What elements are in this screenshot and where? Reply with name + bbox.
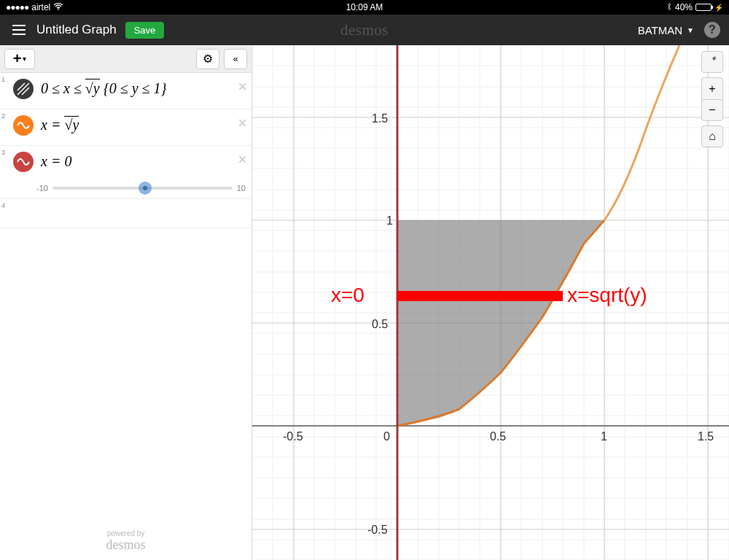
graph-canvas[interactable]: x=0 x=sqrt(y) -0.5 0 0.5 1 1.5 1.5 1 0.5… xyxy=(252,45,729,560)
slider-min[interactable]: -10 xyxy=(36,184,48,192)
expression-color-icon[interactable] xyxy=(13,152,34,172)
delete-expression-button[interactable]: × xyxy=(238,114,247,133)
expression-list: 1 0 ≤ x ≤ √y {0 ≤ y ≤ 1} × 2 x = √y × 3 xyxy=(0,73,252,522)
charging-icon: ⚡ xyxy=(714,4,723,12)
svg-text:1: 1 xyxy=(601,430,607,443)
home-button[interactable]: ⌂ xyxy=(701,125,723,147)
svg-text:0.5: 0.5 xyxy=(372,318,388,330)
svg-text:0: 0 xyxy=(383,430,390,443)
zoom-out-button[interactable]: − xyxy=(701,99,723,121)
expression-number: 2 xyxy=(0,109,9,122)
battery-icon xyxy=(695,4,712,11)
slider-track[interactable] xyxy=(52,187,233,190)
collapse-sidebar-button[interactable]: « xyxy=(224,49,247,69)
expression-formula[interactable]: x = 0 xyxy=(38,146,252,177)
svg-text:-0.5: -0.5 xyxy=(283,430,303,443)
graph-settings-button[interactable] xyxy=(701,51,723,73)
home-icon: ⌂ xyxy=(709,130,716,143)
expression-number: 4 xyxy=(0,199,9,228)
menu-button[interactable] xyxy=(9,20,29,40)
chevron-down-icon: ▼ xyxy=(687,26,694,34)
signal-dots-icon: ●●●●● xyxy=(6,2,28,12)
expression-number: 1 xyxy=(0,73,9,86)
expression-number: 3 xyxy=(0,146,9,159)
svg-point-0 xyxy=(58,9,59,10)
delete-expression-button[interactable]: × xyxy=(238,77,247,96)
curve-sqrt-y-upper xyxy=(604,45,679,220)
app-header: Untitled Graph Save desmos BATMAN ▼ ? xyxy=(0,15,729,45)
save-button[interactable]: Save xyxy=(125,22,165,39)
carrier-label: airtel xyxy=(31,2,50,12)
graph-title[interactable]: Untitled Graph xyxy=(36,23,117,37)
expression-row[interactable]: 3 x = 0 × -10 10 xyxy=(0,146,252,199)
expression-row[interactable]: 2 x = √y × xyxy=(0,109,252,146)
wifi-icon xyxy=(53,2,63,12)
annotation-x-sqrt-y: x=sqrt(y) xyxy=(567,284,647,306)
expression-color-icon[interactable] xyxy=(13,79,34,99)
expression-formula[interactable]: x = √y xyxy=(38,109,252,141)
sidebar-toolbar: +▾ ⚙ « xyxy=(0,45,252,73)
sidebar-footer: powered by desmos xyxy=(0,522,252,560)
battery-pct: 40% xyxy=(675,2,693,12)
svg-text:1.5: 1.5 xyxy=(372,112,388,125)
zoom-in-button[interactable]: + xyxy=(701,77,723,99)
expression-formula[interactable]: 0 ≤ x ≤ √y {0 ≤ y ≤ 1} xyxy=(38,73,252,104)
user-menu[interactable]: BATMAN ▼ xyxy=(638,24,694,36)
svg-text:-0.5: -0.5 xyxy=(367,524,388,536)
expression-row[interactable]: 1 0 ≤ x ≤ √y {0 ≤ y ≤ 1} × xyxy=(0,73,252,109)
expression-row[interactable]: 4 xyxy=(0,199,252,228)
slider-row: -10 10 xyxy=(0,182,252,198)
svg-text:1: 1 xyxy=(386,214,393,227)
svg-text:1.5: 1.5 xyxy=(698,430,714,443)
help-button[interactable]: ? xyxy=(704,22,720,38)
svg-text:0.5: 0.5 xyxy=(490,430,506,443)
gear-icon: ⚙ xyxy=(203,52,213,66)
delete-expression-button[interactable]: × xyxy=(238,150,247,169)
status-time: 10:09 AM xyxy=(245,2,484,12)
settings-button[interactable]: ⚙ xyxy=(196,49,219,69)
user-name-label: BATMAN xyxy=(638,24,682,36)
hamburger-icon xyxy=(12,29,26,31)
footer-logo: desmos xyxy=(7,537,244,553)
graph-area[interactable]: + − ⌂ xyxy=(252,45,729,560)
add-expression-button[interactable]: +▾ xyxy=(4,49,35,69)
powered-by-label: powered by xyxy=(7,529,244,537)
slider-max[interactable]: 10 xyxy=(237,184,246,192)
desmos-logo: desmos xyxy=(340,21,389,39)
expression-color-icon[interactable] xyxy=(13,115,34,136)
annotation-x-zero: x=0 xyxy=(331,284,364,306)
bluetooth-icon xyxy=(666,2,672,13)
wrench-icon xyxy=(706,55,718,69)
slider-thumb[interactable] xyxy=(139,182,152,195)
expression-sidebar: +▾ ⚙ « 1 0 ≤ x ≤ √y {0 ≤ y ≤ 1} × 2 xyxy=(0,45,252,560)
status-bar: ●●●●● airtel 10:09 AM 40% ⚡ xyxy=(0,0,729,15)
